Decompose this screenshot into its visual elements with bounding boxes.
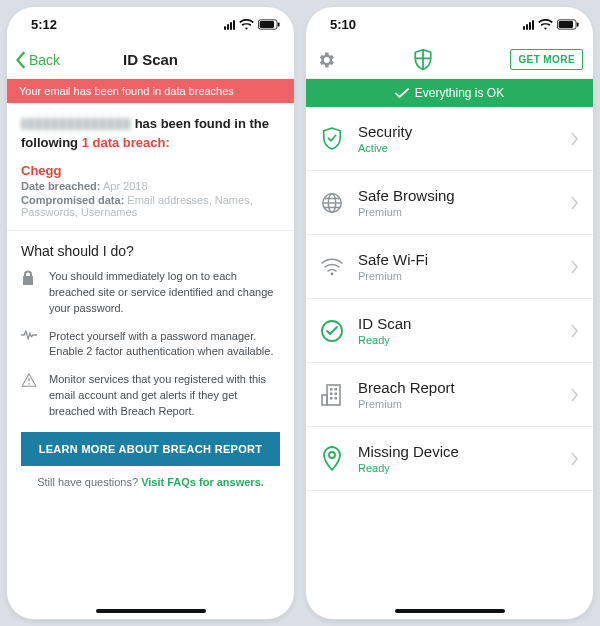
status-time: 5:10 xyxy=(330,17,356,32)
signal-icon xyxy=(224,19,235,30)
wifi-icon xyxy=(320,258,344,276)
alert-banner: Your email has been found in data breach… xyxy=(7,79,294,103)
chevron-right-icon xyxy=(571,324,579,338)
row-title: Security xyxy=(358,123,557,140)
back-label: Back xyxy=(29,52,60,68)
wifi-icon xyxy=(538,19,553,30)
status-icons xyxy=(523,19,579,30)
battery-icon xyxy=(557,19,579,30)
redacted-email xyxy=(21,118,131,130)
list-row-missing-device[interactable]: Missing Device Ready xyxy=(306,427,593,491)
wifi-icon xyxy=(239,19,254,30)
status-ok-banner: Everything is OK xyxy=(306,79,593,107)
breach-name: Chegg xyxy=(21,163,280,178)
svg-rect-16 xyxy=(322,395,327,405)
chevron-right-icon xyxy=(571,196,579,210)
learn-more-button[interactable]: LEARN MORE ABOUT BREACH REPORT xyxy=(21,432,280,466)
row-title: Missing Device xyxy=(358,443,557,460)
faq-link[interactable]: Visit FAQs for answers. xyxy=(141,476,264,488)
tip-text: Protect yourself with a password manager… xyxy=(49,329,280,361)
status-bar: 5:12 xyxy=(7,7,294,41)
svg-rect-22 xyxy=(335,397,338,400)
row-status: Premium xyxy=(358,398,557,410)
what-should-i-do-title: What should I do? xyxy=(21,243,280,259)
nav-title: ID Scan xyxy=(123,51,178,68)
row-status: Premium xyxy=(358,270,557,282)
svg-rect-17 xyxy=(330,388,333,391)
get-more-button[interactable]: GET MORE xyxy=(510,49,583,70)
row-status: Ready xyxy=(358,334,557,346)
status-time: 5:12 xyxy=(31,17,57,32)
tip-row: Protect yourself with a password manager… xyxy=(21,329,280,361)
list-row-safe-wifi[interactable]: Safe Wi-Fi Premium xyxy=(306,235,593,299)
location-pin-icon xyxy=(320,446,344,472)
building-icon xyxy=(320,383,344,407)
breach-found-message: has been found in the following 1 data b… xyxy=(21,115,280,153)
signal-icon xyxy=(523,19,534,30)
breach-count: 1 data breach: xyxy=(82,135,170,150)
gear-icon xyxy=(316,50,336,70)
svg-rect-19 xyxy=(330,392,333,395)
svg-point-13 xyxy=(331,272,334,275)
svg-rect-18 xyxy=(335,388,338,391)
check-icon xyxy=(395,88,409,99)
list-row-security[interactable]: Security Active xyxy=(306,107,593,171)
chevron-right-icon xyxy=(571,452,579,466)
row-title: Safe Browsing xyxy=(358,187,557,204)
content: has been found in the following 1 data b… xyxy=(7,103,294,488)
row-title: Safe Wi-Fi xyxy=(358,251,557,268)
phone-dashboard: 5:10 GET MORE Everything is OK Security … xyxy=(305,6,594,620)
pulse-icon xyxy=(21,329,37,361)
app-logo xyxy=(412,48,434,72)
breach-compromised-label: Compromised data: xyxy=(21,194,124,206)
row-status: Active xyxy=(358,142,557,154)
svg-rect-15 xyxy=(327,385,340,405)
svg-rect-20 xyxy=(335,392,338,395)
svg-point-4 xyxy=(28,383,30,385)
chevron-right-icon xyxy=(571,132,579,146)
tip-text: You should immediately log on to each br… xyxy=(49,269,280,317)
chevron-right-icon xyxy=(571,260,579,274)
tip-row: Monitor services that you registered wit… xyxy=(21,372,280,420)
svg-rect-7 xyxy=(577,22,579,26)
back-button[interactable]: Back xyxy=(15,41,60,78)
svg-rect-1 xyxy=(260,21,274,28)
warning-icon xyxy=(21,372,37,420)
row-title: ID Scan xyxy=(358,315,557,332)
row-title: Breach Report xyxy=(358,379,557,396)
status-bar: 5:10 xyxy=(306,7,593,41)
breach-date-row: Date breached: Apr 2018 xyxy=(21,180,280,192)
chevron-left-icon xyxy=(15,51,27,69)
svg-rect-21 xyxy=(330,397,333,400)
tip-text: Monitor services that you registered wit… xyxy=(49,372,280,420)
svg-rect-2 xyxy=(278,22,280,26)
list-row-safe-browsing[interactable]: Safe Browsing Premium xyxy=(306,171,593,235)
chevron-right-icon xyxy=(571,388,579,402)
row-status: Premium xyxy=(358,206,557,218)
faq-line: Still have questions? Visit FAQs for ans… xyxy=(21,476,280,488)
svg-point-23 xyxy=(329,452,335,458)
globe-icon xyxy=(320,192,344,214)
breach-date-value: Apr 2018 xyxy=(103,180,148,192)
faq-prefix: Still have questions? xyxy=(37,476,141,488)
row-status: Ready xyxy=(358,462,557,474)
settings-button[interactable] xyxy=(316,50,336,70)
status-icons xyxy=(224,19,280,30)
nav-bar: Back ID Scan xyxy=(7,41,294,79)
home-indicator[interactable] xyxy=(96,609,206,613)
phone-idscan: 5:12 Back ID Scan Your email has been fo… xyxy=(6,6,295,620)
shield-icon xyxy=(412,48,434,72)
list-row-breach-report[interactable]: Breach Report Premium xyxy=(306,363,593,427)
shield-outline-icon xyxy=(320,126,344,152)
home-indicator[interactable] xyxy=(395,609,505,613)
breach-compromised-row: Compromised data: Email addresses, Names… xyxy=(21,194,280,218)
nav-bar: GET MORE xyxy=(306,41,593,79)
check-circle-icon xyxy=(320,319,344,343)
feature-list: Security Active Safe Browsing Premium Sa… xyxy=(306,107,593,491)
divider xyxy=(7,230,294,231)
lock-icon xyxy=(21,269,37,317)
ok-text: Everything is OK xyxy=(415,86,504,100)
tip-row: You should immediately log on to each br… xyxy=(21,269,280,317)
list-row-id-scan[interactable]: ID Scan Ready xyxy=(306,299,593,363)
battery-icon xyxy=(258,19,280,30)
